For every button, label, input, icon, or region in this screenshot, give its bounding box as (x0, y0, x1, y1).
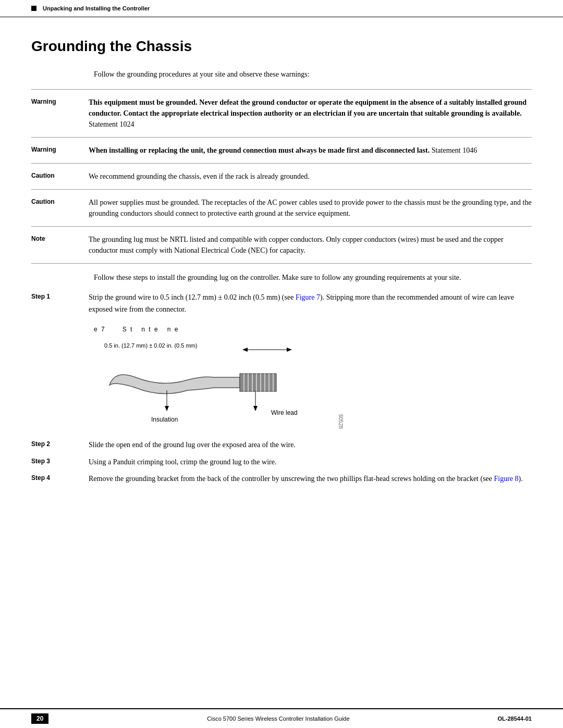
top-bar: Unpacking and Installing the Controller (0, 0, 563, 17)
header-title: Unpacking and Installing the Controller (43, 5, 150, 11)
step-3-row: Step 3 Using a Panduit crimping tool, cr… (31, 456, 532, 468)
figure-8-link[interactable]: Figure 8 (494, 475, 519, 483)
svg-marker-3 (287, 348, 292, 352)
figure-svg: 0.5 in. (12.7 mm) ± 0.02 in. (0.5 mm) (94, 338, 334, 429)
caution-row-2: Caution All power supplies must be groun… (31, 189, 532, 226)
caution-row-1: Caution We recommend grounding the chass… (31, 163, 532, 189)
svg-rect-4 (240, 374, 276, 391)
svg-text:Insulation: Insulation (151, 416, 178, 423)
warning-label-2: Warning (31, 145, 89, 153)
caution-label-1: Caution (31, 171, 89, 179)
intro-text: Follow the grounding procedures at your … (94, 70, 532, 79)
top-bar-square-icon (31, 6, 36, 11)
page-container: Unpacking and Installing the Controller … (0, 0, 563, 728)
footer-doc-title: Cisco 5700 Series Wireless Controller In… (59, 715, 497, 722)
warning-bold-2: When installing or replacing the unit, t… (89, 146, 430, 154)
step-1-row: Step 1 Strip the ground wire to 0.5 inch… (31, 292, 532, 315)
warning-content-1: This equipment must be grounded. Never d… (89, 97, 532, 130)
svg-marker-14 (165, 406, 169, 411)
warning-row-2: Warning When installing or replacing the… (31, 137, 532, 163)
step-2-label: Step 2 (31, 439, 89, 448)
step-1-content: Strip the ground wire to 0.5 inch (12.7 … (89, 292, 532, 315)
figure-title: e 7 S t n t e n e (94, 326, 179, 333)
step-4-label: Step 4 (31, 473, 89, 482)
caution-label-2: Caution (31, 197, 89, 205)
step-3-label: Step 3 (31, 456, 89, 465)
step-2-content: Slide the open end of the ground lug ove… (89, 439, 532, 451)
caution-content-2: All power supplies must be grounded. The… (89, 197, 532, 219)
warning-content-2: When installing or replacing the unit, t… (89, 145, 532, 156)
footer-doc-number: OL-28544-01 (498, 715, 532, 722)
figure-7-container: e 7 S t n t e n e 0.5 in. (12.7 mm) ± 0.… (94, 326, 532, 429)
step-1-label: Step 1 (31, 292, 89, 300)
warning-row-1: Warning This equipment must be grounded.… (31, 89, 532, 137)
svg-marker-17 (253, 406, 258, 411)
step-3-content: Using a Panduit crimping tool, crimp the… (89, 456, 532, 468)
step-2-row: Step 2 Slide the open end of the ground … (31, 439, 532, 451)
step-4-content: Remove the grounding bracket from the ba… (89, 473, 532, 485)
step-4-row: Step 4 Remove the grounding bracket from… (31, 473, 532, 485)
warning-bold-1: This equipment must be grounded. Never d… (89, 98, 527, 117)
main-content: Grounding the Chassis Follow the groundi… (0, 17, 563, 708)
note-label-1: Note (31, 234, 89, 242)
figure-number: 60528 (338, 414, 344, 429)
bottom-bar: 20 Cisco 5700 Series Wireless Controller… (0, 708, 563, 728)
figure-7-link[interactable]: Figure 7 (296, 293, 320, 301)
note-content-1: The grounding lug must be NRTL listed an… (89, 234, 532, 256)
note-row-1: Note The grounding lug must be NRTL list… (31, 226, 532, 264)
page-number: 20 (31, 713, 48, 724)
svg-marker-2 (242, 348, 248, 352)
svg-text:0.5 in. (12.7 mm) ± 0.02 in. (: 0.5 in. (12.7 mm) ± 0.02 in. (0.5 mm) (104, 342, 197, 349)
body-text: Follow these steps to install the ground… (94, 272, 532, 283)
warning-label-1: Warning (31, 97, 89, 105)
svg-text:Wire lead: Wire lead (271, 409, 298, 416)
caution-content-1: We recommend grounding the chassis, even… (89, 171, 532, 182)
page-heading: Grounding the Chassis (31, 38, 532, 55)
figure-wrapper: 0.5 in. (12.7 mm) ± 0.02 in. (0.5 mm) (94, 338, 344, 429)
